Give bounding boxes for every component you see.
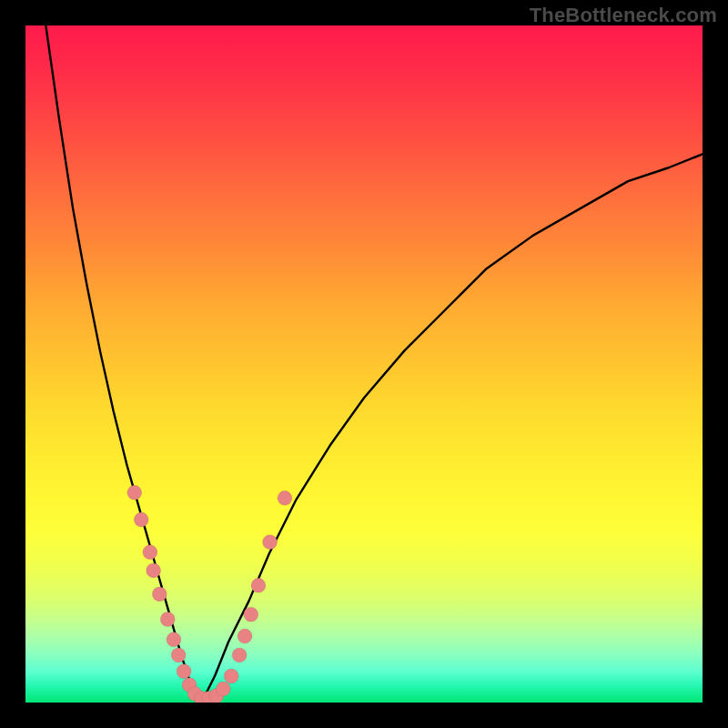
data-marker [171,648,186,662]
data-marker [251,578,266,592]
data-marker [216,682,230,696]
data-marker [147,563,161,578]
data-marker [160,612,175,626]
data-marker [177,664,191,679]
data-marker [263,535,278,550]
plot-area [25,25,703,703]
data-marker [143,545,157,560]
data-marker [134,512,148,527]
chart-svg [25,25,703,703]
data-marker [167,632,181,647]
right-curve [201,154,703,703]
data-marker [152,587,167,602]
marker-group [127,485,292,703]
watermark-text: TheBottleneck.com [530,4,717,27]
data-marker [278,490,292,505]
data-marker [244,607,258,622]
data-marker [127,485,142,500]
left-curve [46,25,201,703]
chart-frame: TheBottleneck.com [0,0,728,728]
data-marker [224,669,238,683]
data-marker [238,629,252,643]
data-marker [232,648,247,662]
